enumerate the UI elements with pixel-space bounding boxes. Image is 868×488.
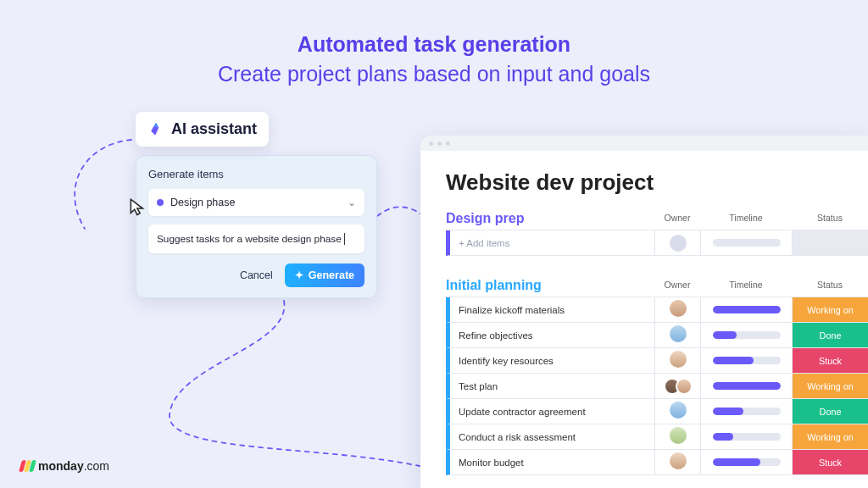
phase-select[interactable]: Design phase ⌄ bbox=[148, 189, 364, 216]
task-name: Identify key resources bbox=[450, 356, 654, 366]
col-timeline: Timeline bbox=[700, 213, 792, 226]
timeline-cell[interactable] bbox=[700, 450, 792, 474]
timeline-pill bbox=[713, 408, 781, 415]
timeline-cell[interactable] bbox=[700, 374, 792, 398]
brand-suffix: .com bbox=[84, 459, 109, 473]
col-owner: Owner bbox=[654, 213, 700, 226]
task-name: Conduct a risk assessment bbox=[450, 432, 654, 442]
group-initial-planning: Initial planning Owner Timeline Status F… bbox=[446, 278, 868, 475]
select-value: Design phase bbox=[170, 197, 235, 208]
generate-items-panel: Generate items Design phase ⌄ Suggest ta… bbox=[136, 155, 377, 298]
task-name: Update contractor agreement bbox=[450, 407, 654, 417]
prompt-text: Suggest tasks for a website design phase bbox=[157, 233, 342, 245]
timeline-pill bbox=[713, 331, 781, 339]
task-name: Monitor budget bbox=[450, 458, 654, 468]
status-cell[interactable] bbox=[792, 230, 868, 255]
table-row[interactable]: Refine objectivesDone bbox=[446, 323, 868, 348]
status-cell[interactable]: Working on bbox=[792, 374, 868, 398]
generate-label: Generate bbox=[309, 269, 354, 281]
timeline-pill bbox=[713, 239, 781, 247]
col-status: Status bbox=[792, 280, 868, 293]
col-timeline: Timeline bbox=[700, 280, 792, 293]
avatar bbox=[670, 351, 687, 368]
avatar bbox=[670, 452, 687, 469]
add-item-label: + Add items bbox=[450, 238, 654, 248]
board-title: Website dev project bbox=[446, 169, 868, 196]
status-cell[interactable]: Stuck bbox=[792, 348, 868, 373]
ai-assistant-title: AI assistant bbox=[171, 120, 257, 138]
sparkle-icon: ✦ bbox=[295, 269, 303, 281]
table-row[interactable]: Monitor budgetStuck bbox=[446, 450, 868, 475]
brand-name: monday bbox=[38, 459, 84, 473]
status-cell[interactable]: Working on bbox=[792, 424, 868, 449]
timeline-cell[interactable] bbox=[700, 230, 792, 255]
window-titlebar bbox=[420, 136, 868, 151]
chevron-down-icon: ⌄ bbox=[348, 197, 356, 208]
avatar bbox=[670, 300, 687, 317]
timeline-pill bbox=[713, 433, 781, 441]
add-item-row[interactable]: + Add items bbox=[446, 230, 868, 256]
hero-subtitle: Create project plans based on input and … bbox=[0, 62, 868, 86]
group-design-prep: Design prep Owner Timeline Status + Add … bbox=[446, 211, 868, 256]
owner-cell[interactable] bbox=[654, 399, 700, 424]
ai-assistant-header: AI assistant bbox=[136, 112, 269, 147]
timeline-cell[interactable] bbox=[700, 323, 792, 347]
status-cell[interactable]: Done bbox=[792, 399, 868, 424]
hero-title: Automated task generation bbox=[0, 0, 868, 57]
timeline-pill bbox=[713, 458, 781, 466]
timeline-pill bbox=[713, 382, 781, 390]
select-color-dot bbox=[157, 199, 164, 206]
ai-logo-icon bbox=[147, 121, 164, 138]
group-name[interactable]: Design prep bbox=[446, 211, 654, 226]
avatar bbox=[670, 325, 687, 342]
timeline-pill bbox=[713, 306, 781, 313]
table-row[interactable]: Identify key resourcesStuck bbox=[446, 348, 868, 374]
table-row[interactable]: Conduct a risk assessmentWorking on bbox=[446, 424, 868, 450]
timeline-cell[interactable] bbox=[700, 399, 792, 424]
status-cell[interactable]: Stuck bbox=[792, 450, 868, 474]
status-cell[interactable]: Done bbox=[792, 323, 868, 347]
owner-cell[interactable] bbox=[654, 230, 700, 255]
project-board: Website dev project Design prep Owner Ti… bbox=[420, 136, 868, 488]
avatar bbox=[670, 427, 687, 444]
owner-cell[interactable] bbox=[654, 297, 700, 322]
avatar-placeholder bbox=[670, 235, 687, 252]
generate-button[interactable]: ✦ Generate bbox=[285, 263, 364, 287]
table-row[interactable]: Update contractor agreementDone bbox=[446, 399, 868, 424]
col-owner: Owner bbox=[654, 280, 700, 293]
cursor-icon bbox=[127, 197, 149, 219]
col-status: Status bbox=[792, 213, 868, 226]
brand-logo-icon bbox=[20, 460, 35, 472]
timeline-cell[interactable] bbox=[700, 297, 792, 322]
timeline-cell[interactable] bbox=[700, 424, 792, 449]
table-row[interactable]: Test planWorking on bbox=[446, 374, 868, 399]
owner-cell[interactable] bbox=[654, 348, 700, 373]
owner-cell[interactable] bbox=[654, 374, 700, 398]
owner-cell[interactable] bbox=[654, 323, 700, 347]
task-name: Finalize kickoff materials bbox=[450, 305, 654, 315]
status-cell[interactable]: Working on bbox=[792, 297, 868, 322]
task-name: Test plan bbox=[450, 381, 654, 391]
brand-logo: monday.com bbox=[20, 459, 109, 473]
timeline-pill bbox=[713, 357, 781, 364]
avatar bbox=[670, 402, 687, 419]
group-name[interactable]: Initial planning bbox=[446, 278, 654, 293]
owner-cell[interactable] bbox=[654, 450, 700, 474]
panel-label: Generate items bbox=[148, 168, 364, 180]
text-caret bbox=[344, 233, 345, 245]
timeline-cell[interactable] bbox=[700, 348, 792, 373]
cancel-button[interactable]: Cancel bbox=[236, 264, 276, 286]
task-name: Refine objectives bbox=[450, 330, 654, 341]
prompt-input[interactable]: Suggest tasks for a website design phase bbox=[148, 225, 364, 253]
avatar bbox=[676, 378, 693, 395]
table-row[interactable]: Finalize kickoff materialsWorking on bbox=[446, 297, 868, 323]
owner-cell[interactable] bbox=[654, 424, 700, 449]
